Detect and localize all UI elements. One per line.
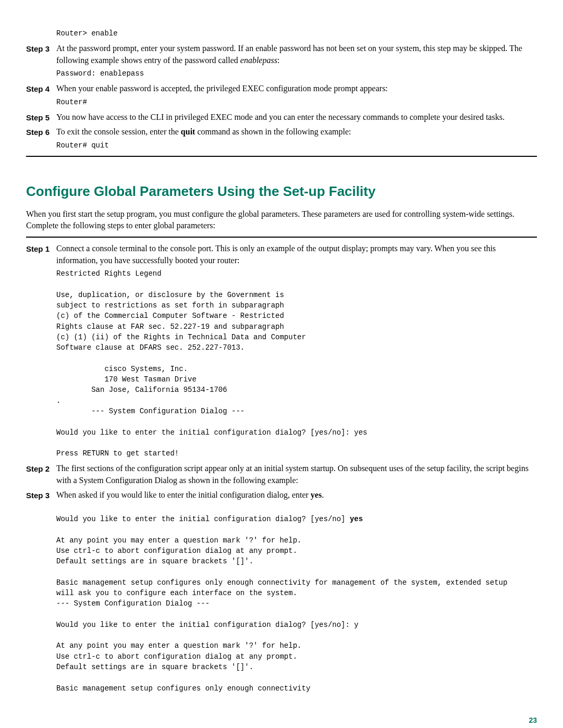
step-content: To exit the console session, enter the q… bbox=[56, 126, 537, 152]
step-text: The first sections of the configuration … bbox=[56, 463, 537, 486]
bold-text: yes bbox=[311, 490, 322, 499]
code-block: Would you like to enter the initial conf… bbox=[56, 503, 537, 694]
step-content: When your enable password is accepted, t… bbox=[56, 83, 537, 108]
section-divider bbox=[26, 237, 537, 238]
step-text: When asked if you would like to enter th… bbox=[56, 489, 537, 501]
step-row-b2: Step 2 The first sections of the configu… bbox=[26, 463, 537, 486]
step-label: Step 6 bbox=[26, 126, 56, 152]
section-divider bbox=[26, 156, 537, 157]
step-label: Step 3 bbox=[26, 43, 56, 80]
step-row-4: Step 4 When your enable password is acce… bbox=[26, 83, 537, 108]
step-text: You now have access to the CLI in privil… bbox=[56, 112, 537, 123]
code-block: Password: enablepass bbox=[56, 68, 537, 79]
step-text: When your enable password is accepted, t… bbox=[56, 83, 537, 94]
step-label: Step 1 bbox=[26, 243, 56, 460]
page-number: 23 bbox=[26, 715, 537, 726]
intro-paragraph: When you first start the setup program, … bbox=[26, 208, 537, 232]
step-content: You now have access to the CLI in privil… bbox=[56, 112, 537, 123]
step-row-b3: Step 3 When asked if you would like to e… bbox=[26, 489, 537, 695]
step-content: The first sections of the configuration … bbox=[56, 463, 537, 486]
bold-text: quit bbox=[181, 127, 195, 136]
step-content-pre: Router> enable bbox=[56, 26, 537, 40]
code-bold: yes bbox=[350, 515, 363, 523]
step-row-3: Step 3 At the password prompt, enter you… bbox=[26, 43, 537, 80]
step-content: At the password prompt, enter your syste… bbox=[56, 43, 537, 80]
step-label: Step 5 bbox=[26, 112, 56, 123]
italic-text: enablepass bbox=[240, 56, 277, 65]
step-content: Connect a console terminal to the consol… bbox=[56, 243, 537, 460]
step-label: Step 4 bbox=[26, 83, 56, 108]
code-block: Router# quit bbox=[56, 140, 537, 151]
code-block: Router> enable bbox=[56, 28, 537, 39]
step-label: Step 3 bbox=[26, 489, 56, 695]
code-block: Restricted Rights Legend Use, duplicatio… bbox=[56, 268, 537, 459]
section-heading: Configure Global Parameters Using the Se… bbox=[26, 182, 537, 201]
step-label-empty bbox=[26, 26, 56, 40]
step-row-b1: Step 1 Connect a console terminal to the… bbox=[26, 243, 537, 460]
step-row-pre: Router> enable bbox=[26, 26, 537, 40]
step-text: At the password prompt, enter your syste… bbox=[56, 43, 537, 66]
step-text: Connect a console terminal to the consol… bbox=[56, 243, 537, 266]
step-content: When asked if you would like to enter th… bbox=[56, 489, 537, 695]
step-text: To exit the console session, enter the q… bbox=[56, 126, 537, 138]
step-row-6: Step 6 To exit the console session, ente… bbox=[26, 126, 537, 152]
code-block: Router# bbox=[56, 97, 537, 107]
step-label: Step 2 bbox=[26, 463, 56, 486]
step-row-5: Step 5 You now have access to the CLI in… bbox=[26, 112, 537, 123]
